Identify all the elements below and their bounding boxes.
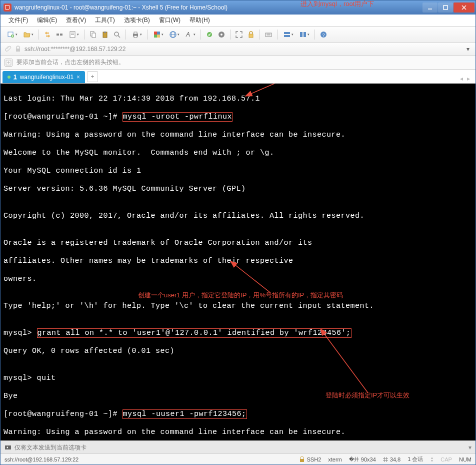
status-pos: 34,8	[383, 456, 400, 462]
close-button[interactable]	[454, 3, 474, 13]
layout-h-button[interactable]	[280, 29, 296, 40]
font-button[interactable]: A	[182, 29, 198, 40]
status-protocol: SSH2	[299, 456, 322, 462]
annotation-1: 进入到mysql，root用户下	[300, 0, 374, 9]
menu-view[interactable]: 查看(V)	[62, 15, 90, 26]
svg-rect-9	[60, 34, 62, 36]
menu-window[interactable]: 窗口(W)	[155, 15, 184, 26]
attach-icon	[4, 46, 12, 53]
tab-number: 1	[14, 74, 17, 81]
status-cap: CAP	[440, 456, 452, 462]
hint-text: 要添加当前会话，点击左侧的箭头按钮。	[16, 58, 124, 67]
lock-button[interactable]	[246, 29, 256, 40]
open-button[interactable]	[20, 29, 36, 40]
menubar: 文件(F) 编辑(E) 查看(V) 工具(T) 选项卡(B) 窗口(W) 帮助(…	[0, 15, 476, 27]
session-tab[interactable]: 1 wangruifenglinux-01 ×	[2, 71, 85, 83]
menu-file[interactable]: 文件(F)	[4, 15, 32, 26]
tab-nav: ◂ ▸	[458, 75, 474, 83]
cmd-mysql-login-root: mysql -uroot -pwrflinux	[122, 112, 233, 122]
hintbar: 要添加当前会话，点击左侧的箭头按钮。 进入到mysql，root用户下	[0, 56, 476, 70]
svg-rect-1	[444, 6, 448, 10]
tab-prev-button[interactable]: ◂	[458, 75, 464, 82]
disconnect-button[interactable]	[54, 29, 65, 40]
svg-rect-22	[154, 32, 157, 35]
annotation-3: 登陆时必须指定IP才可以生效	[326, 391, 410, 400]
svg-rect-43	[16, 49, 20, 52]
svg-line-50	[320, 329, 368, 393]
send-dropdown[interactable]: ▾	[468, 444, 472, 451]
svg-rect-23	[157, 32, 160, 35]
svg-rect-16	[104, 32, 106, 33]
properties-button[interactable]	[66, 29, 81, 40]
svg-rect-38	[284, 35, 290, 37]
svg-rect-40	[304, 32, 306, 37]
new-tab-button[interactable]: +	[87, 71, 98, 82]
svg-rect-33	[249, 34, 253, 38]
status-size: �井90x34	[349, 456, 376, 463]
new-session-button[interactable]	[4, 29, 20, 40]
statusbar: ssh://root@192.168.57.129:22 SSH2 xterm …	[0, 453, 476, 464]
maximize-button[interactable]	[438, 3, 453, 13]
cursor-icon	[383, 457, 388, 462]
find-button[interactable]	[112, 29, 122, 40]
status-sessions: 1 会话	[408, 455, 423, 463]
send-icon	[4, 444, 12, 451]
menu-tabs[interactable]: 选项卡(B)	[120, 15, 154, 26]
add-session-icon[interactable]	[4, 59, 12, 67]
tab-close-icon[interactable]: ×	[76, 74, 80, 81]
svg-line-18	[118, 36, 120, 38]
app-window: wangruifenglinux-01 - root@wangruifeng-0…	[0, 0, 476, 465]
toolbar: A ?	[0, 27, 476, 43]
tab-label: wangruifenglinux-01	[20, 74, 74, 81]
tabstrip: 1 wangruifenglinux-01 × + ◂ ▸	[0, 70, 476, 84]
copy-button[interactable]	[88, 29, 98, 40]
svg-text:?: ?	[322, 33, 325, 38]
session-stepper[interactable]: ▲▼	[430, 456, 434, 462]
svg-point-17	[114, 32, 118, 36]
svg-rect-8	[56, 34, 59, 36]
fullscreen-button[interactable]	[234, 29, 244, 40]
annotation-2: 创建一个user1 用户，指定它登陆的IP，用%号指所有的IP，指定其密码	[138, 291, 343, 300]
reconnect-button[interactable]	[42, 29, 53, 40]
svg-rect-24	[154, 35, 157, 38]
titlebar: wangruifenglinux-01 - root@wangruifeng-0…	[0, 1, 476, 15]
lock-icon	[299, 456, 305, 462]
print-button[interactable]	[129, 29, 144, 40]
tab-next-button[interactable]: ▸	[466, 75, 472, 82]
xagent-button[interactable]	[204, 29, 215, 40]
send-input[interactable]	[14, 444, 466, 451]
svg-point-32	[220, 34, 222, 36]
terminal[interactable]: Last login: Thu Mar 22 17:14:39 2018 fro…	[0, 84, 476, 440]
status-num: NUM	[459, 456, 472, 462]
paste-button[interactable]	[100, 29, 110, 40]
help-button[interactable]: ?	[318, 29, 329, 40]
minimize-button[interactable]	[422, 3, 438, 13]
svg-rect-25	[157, 35, 160, 38]
svg-rect-21	[134, 36, 137, 38]
status-connection: ssh://root@192.168.57.129:22	[4, 456, 292, 462]
svg-text:A: A	[186, 31, 190, 38]
menu-edit[interactable]: 编辑(E)	[33, 15, 61, 26]
svg-rect-39	[300, 32, 302, 37]
svg-rect-20	[134, 32, 137, 34]
address-text[interactable]: ssh://root:********@192.168.57.129:22	[24, 46, 462, 53]
menu-help[interactable]: 帮助(H)	[186, 15, 214, 26]
app-icon	[4, 4, 12, 12]
sendbar: ▾	[0, 440, 476, 453]
addressbar: ssh://root:********@192.168.57.129:22 ▾	[0, 43, 476, 56]
encoding-button[interactable]	[166, 29, 182, 40]
status-dot-icon	[8, 76, 10, 79]
svg-rect-53	[300, 459, 304, 462]
cmd-mysql-login-user1: mysql -uuser1 -pwrf123456;	[122, 409, 247, 419]
xftp-button[interactable]	[216, 29, 227, 40]
layout-v-button[interactable]	[296, 29, 312, 40]
menu-tools[interactable]: 工具(T)	[91, 15, 118, 26]
status-term: xterm	[328, 456, 342, 462]
color-scheme-button[interactable]	[150, 29, 166, 40]
address-dropdown[interactable]: ▾	[464, 46, 472, 53]
keyboard-button[interactable]	[263, 29, 274, 40]
svg-rect-14	[92, 33, 96, 38]
svg-rect-37	[284, 32, 290, 34]
cmd-grant: grant all on *.* to 'user1'@'127.0.0.1' …	[37, 328, 352, 338]
lock-icon	[14, 46, 22, 53]
